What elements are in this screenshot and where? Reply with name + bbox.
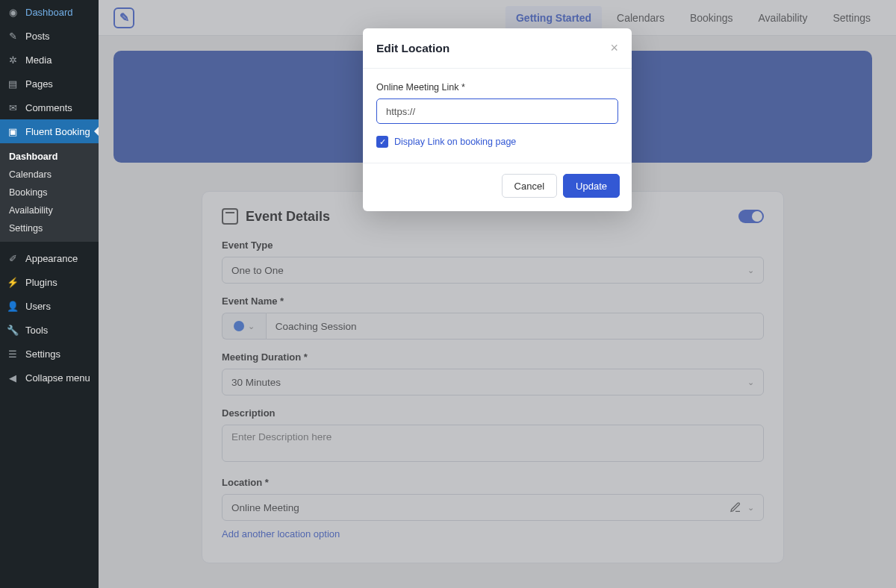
wp-menu-appearance[interactable]: ✐Appearance	[0, 246, 99, 270]
wp-menu-posts[interactable]: ✎Posts	[0, 24, 99, 48]
wp-menu-collapse[interactable]: ◀Collapse menu	[0, 366, 99, 390]
media-icon: ✲	[6, 53, 19, 66]
submenu-bookings[interactable]: Bookings	[0, 184, 99, 201]
wp-menu-users[interactable]: 👤Users	[0, 294, 99, 318]
wp-menu-settings[interactable]: ☰Settings	[0, 342, 99, 366]
submenu-availability[interactable]: Availability	[0, 201, 99, 219]
display-link-checkbox[interactable]: ✓	[376, 136, 388, 148]
wp-submenu: Dashboard Calendars Bookings Availabilit…	[0, 143, 99, 242]
comment-icon: ✉	[6, 101, 19, 114]
update-button[interactable]: Update	[563, 174, 620, 198]
checkbox-label: Display Link on booking page	[394, 137, 516, 147]
wrench-icon: 🔧	[6, 323, 19, 337]
user-icon: 👤	[6, 299, 19, 313]
wp-menu-plugins[interactable]: ⚡Plugins	[0, 270, 99, 294]
collapse-icon: ◀	[6, 371, 19, 384]
sliders-icon: ☰	[6, 347, 19, 360]
brush-icon: ✐	[6, 251, 19, 265]
submenu-calendars[interactable]: Calendars	[0, 166, 99, 184]
submenu-settings[interactable]: Settings	[0, 219, 99, 237]
wp-menu-media[interactable]: ✲Media	[0, 48, 99, 72]
wp-menu-comments[interactable]: ✉Comments	[0, 96, 99, 119]
modal-overlay[interactable]: Edit Location × Online Meeting Link * ✓ …	[99, 0, 896, 588]
main-panel: ✎ Getting Started Calendars Bookings Ava…	[99, 0, 896, 588]
close-icon[interactable]: ×	[610, 40, 618, 56]
cancel-button[interactable]: Cancel	[502, 174, 557, 198]
gauge-icon: ◉	[6, 5, 19, 19]
pin-icon: ✎	[6, 29, 19, 43]
plug-icon: ⚡	[6, 275, 19, 289]
submenu-dashboard[interactable]: Dashboard	[0, 148, 99, 166]
modal-title: Edit Location	[376, 42, 449, 55]
wp-admin-sidebar: ◉Dashboard ✎Posts ✲Media ▤Pages ✉Comment…	[0, 0, 99, 588]
meeting-link-input[interactable]	[376, 98, 618, 124]
edit-location-modal: Edit Location × Online Meeting Link * ✓ …	[363, 28, 632, 211]
wp-menu-fluent-booking[interactable]: ▣Fluent Booking	[0, 119, 99, 143]
wp-menu-tools[interactable]: 🔧Tools	[0, 318, 99, 342]
modal-field-label: Online Meeting Link *	[376, 82, 618, 93]
wp-menu-dashboard[interactable]: ◉Dashboard	[0, 0, 99, 24]
wp-menu-pages[interactable]: ▤Pages	[0, 72, 99, 96]
page-icon: ▤	[6, 77, 19, 90]
calendar-icon: ▣	[6, 125, 19, 138]
